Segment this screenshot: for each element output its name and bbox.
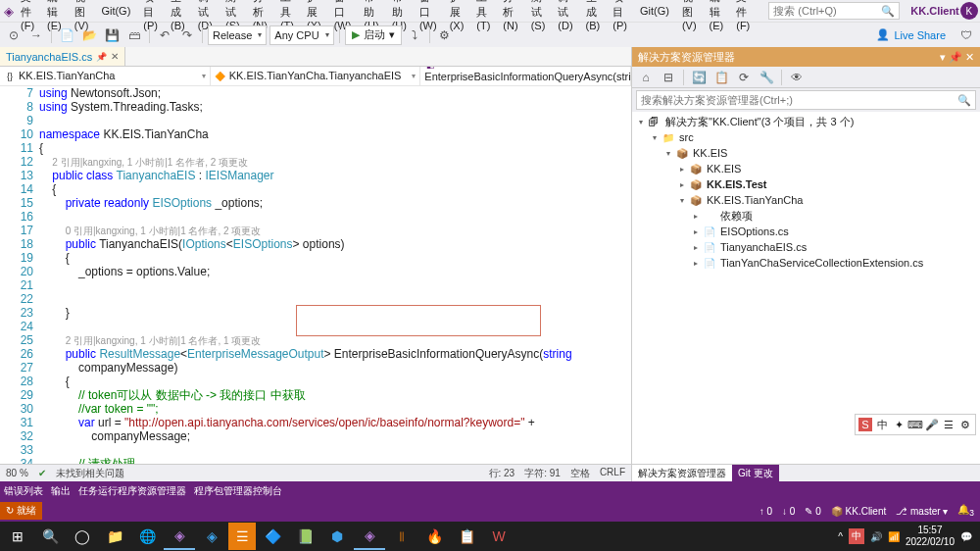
tool-icon[interactable]: ⚙: [435, 25, 455, 45]
live-share-button[interactable]: 👤 Live Share: [876, 28, 954, 41]
menu-item[interactable]: 调试(D): [552, 0, 578, 33]
clock[interactable]: 15:572022/02/10: [906, 525, 955, 548]
search-icon: 🔍: [881, 5, 895, 18]
menu-item[interactable]: 生成(B): [580, 0, 607, 33]
tab-solution-explorer[interactable]: 解决方案资源管理器: [632, 465, 732, 481]
tree-node[interactable]: ▸📦KK.EIS.Test: [632, 176, 980, 192]
menu-item[interactable]: 文件(F): [730, 0, 756, 33]
wps-icon[interactable]: W: [483, 523, 514, 550]
undo-icon[interactable]: ↶: [155, 25, 174, 45]
vscode-icon[interactable]: ◈: [196, 523, 227, 550]
tree-node[interactable]: ▾📁src: [632, 129, 980, 145]
chrome-icon[interactable]: 🌐: [131, 523, 163, 550]
redo-icon[interactable]: ↷: [177, 25, 197, 45]
search-button[interactable]: 🔍: [34, 523, 66, 550]
start-debug-button[interactable]: ▶启动 ▾: [345, 25, 402, 45]
app-icon-1[interactable]: ☰: [228, 523, 256, 550]
menu-item[interactable]: 视图(V): [676, 0, 703, 33]
search-input[interactable]: [773, 5, 881, 17]
save-all-icon[interactable]: 🗃: [124, 25, 144, 45]
nav-fwd-icon[interactable]: →: [26, 25, 46, 45]
app-icon-5[interactable]: ⦀: [386, 523, 417, 550]
zoom-level[interactable]: 80 %: [6, 468, 28, 478]
app-icon-6[interactable]: 🔥: [418, 523, 450, 550]
menu-item[interactable]: Git(G): [95, 3, 136, 19]
tray-expand-icon[interactable]: ^: [838, 531, 843, 542]
pending-up[interactable]: ↑ 0: [760, 506, 772, 517]
tree-node[interactable]: ▾📦KK.EIS.TianYanCha: [632, 192, 980, 208]
line-ending[interactable]: CRLF: [600, 467, 625, 480]
app-icon-2[interactable]: 🔷: [257, 523, 288, 550]
status-project[interactable]: KK.Client: [846, 506, 887, 517]
app-icon-4[interactable]: ⬢: [321, 523, 353, 550]
user-avatar[interactable]: K: [960, 2, 978, 20]
ime-icon[interactable]: 中: [849, 528, 864, 544]
sync-icon[interactable]: 🔄: [689, 68, 709, 87]
pin-icon[interactable]: 📌: [96, 52, 107, 62]
tray-icon[interactable]: 🔊: [870, 531, 882, 542]
panel-pin-icon[interactable]: 📌: [949, 51, 962, 63]
menu-item[interactable]: 测试(S): [525, 0, 552, 33]
file-tab[interactable]: TianyanchaEIS.cs 📌 ✕: [0, 47, 125, 66]
bottom-panel-tabs: 错误列表 输出 任务运行程序资源管理器 程序包管理器控制台: [0, 481, 980, 500]
vs-icon[interactable]: ◈: [164, 523, 195, 550]
namespace-select[interactable]: {}KK.EIS.TianYanCha: [0, 67, 211, 85]
tree-node[interactable]: ▾🗐解决方案"KK.Client"(3 个项目，共 3 个): [632, 114, 980, 129]
menu-item[interactable]: 项目(P): [607, 0, 633, 33]
notifications-icon[interactable]: 🔔3: [957, 504, 974, 518]
menu-item[interactable]: Git(G): [634, 3, 675, 19]
menu-item[interactable]: 编辑(E): [704, 0, 730, 33]
tab-close-icon[interactable]: ✕: [111, 51, 119, 62]
collapse-icon[interactable]: ⊟: [659, 68, 678, 87]
action-center-icon[interactable]: 💬: [960, 531, 972, 542]
config-select[interactable]: Release: [208, 25, 267, 45]
new-icon[interactable]: 📄: [57, 25, 76, 45]
preview-icon[interactable]: 👁: [787, 68, 807, 87]
vs-logo-icon: ◈: [4, 2, 14, 20]
menu-item[interactable]: 工具(T): [470, 0, 496, 33]
explorer-search[interactable]: 🔍: [636, 90, 976, 110]
explorer-search-input[interactable]: [641, 94, 935, 106]
tab-error-list[interactable]: 错误列表: [4, 484, 43, 498]
properties-icon[interactable]: 🔧: [757, 68, 776, 87]
pending-down[interactable]: ↓ 0: [782, 506, 795, 517]
show-all-icon[interactable]: 📋: [711, 68, 731, 87]
home-icon[interactable]: ⌂: [636, 68, 656, 87]
menu-item[interactable]: 分析(N): [497, 0, 523, 33]
tree-node[interactable]: ▸📄TianyanchaEIS.cs: [632, 239, 980, 255]
app-icon-7[interactable]: 📋: [451, 523, 482, 550]
tree-node[interactable]: ▾📦KK.EIS: [632, 145, 980, 161]
refresh-icon[interactable]: ⟳: [734, 68, 754, 87]
ime-floating-bar[interactable]: S中✦⌨🎤☰⚙: [855, 414, 976, 435]
tree-node[interactable]: ▸依赖项: [632, 208, 980, 224]
code-editor[interactable]: 7891011121314151617181920212223242526272…: [0, 86, 631, 464]
class-select[interactable]: 🔶KK.EIS.TianYanCha.TianyanchaEIS: [211, 67, 421, 85]
search-icon: 🔍: [957, 94, 971, 107]
tab-package-console[interactable]: 程序包管理器控制台: [194, 484, 282, 498]
task-view-button[interactable]: ◯: [67, 523, 98, 550]
tree-node[interactable]: ▸📄EISOptions.cs: [632, 224, 980, 239]
network-icon[interactable]: 📶: [888, 531, 900, 542]
admin-icon[interactable]: 🛡: [956, 25, 976, 45]
tab-task-runner[interactable]: 任务运行程序资源管理器: [78, 484, 186, 498]
panel-menu-icon[interactable]: ▾: [940, 51, 946, 63]
status-branch[interactable]: master: [910, 506, 941, 517]
nav-back-icon[interactable]: ⊙: [4, 25, 24, 45]
vs-running-icon[interactable]: ◈: [354, 523, 385, 550]
panel-close-icon[interactable]: ✕: [965, 51, 974, 63]
tree-node[interactable]: ▸📄TianYanChaServiceCollectionExtension.c…: [632, 255, 980, 271]
app-icon-3[interactable]: 📗: [289, 523, 320, 550]
tab-output[interactable]: 输出: [51, 484, 71, 498]
platform-select[interactable]: Any CPU: [270, 25, 333, 45]
global-search[interactable]: 🔍: [768, 2, 900, 20]
tab-git-changes[interactable]: Git 更改: [732, 465, 779, 481]
tree-node[interactable]: ▸📦KK.EIS: [632, 161, 980, 176]
save-icon[interactable]: 💾: [102, 25, 122, 45]
step-icon[interactable]: ⤵: [405, 25, 424, 45]
method-select[interactable]: ◧EnterpriseBasicInformationQueryAsync(st…: [420, 67, 631, 85]
start-button[interactable]: ⊞: [2, 523, 33, 550]
solution-tree[interactable]: ▾🗐解决方案"KK.Client"(3 个项目，共 3 个)▾📁src▾📦KK.…: [632, 112, 980, 464]
open-icon[interactable]: 📂: [79, 25, 99, 45]
indent-mode[interactable]: 空格: [570, 467, 590, 480]
explorer-icon[interactable]: 📁: [99, 523, 130, 550]
